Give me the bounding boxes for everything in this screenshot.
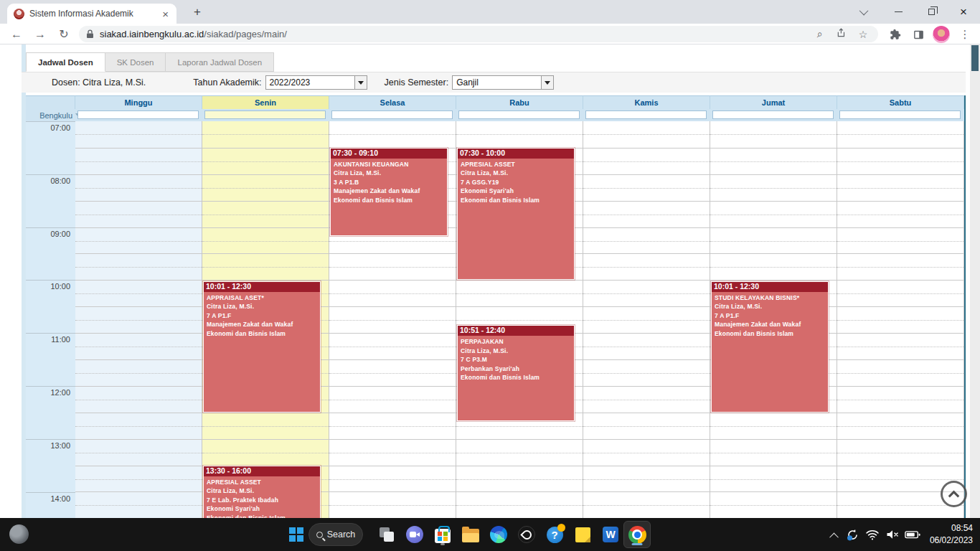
- tab-close-icon[interactable]: ×: [161, 8, 170, 20]
- time-slot[interactable]: [837, 386, 963, 413]
- back-button[interactable]: ←: [7, 25, 26, 44]
- time-slot[interactable]: [837, 280, 963, 306]
- time-slot[interactable]: [837, 333, 963, 359]
- time-slot[interactable]: [837, 359, 963, 386]
- time-slot[interactable]: [583, 121, 710, 148]
- time-slot[interactable]: [710, 253, 837, 280]
- time-slot[interactable]: [456, 280, 583, 306]
- region-selector[interactable]: Bengkulu: [26, 110, 85, 121]
- time-slot[interactable]: [583, 359, 710, 386]
- tab-search-button[interactable]: [848, 0, 881, 24]
- day-header-selasa[interactable]: Selasa: [329, 95, 456, 109]
- day-column-minggu[interactable]: [75, 121, 202, 518]
- scrollbar-thumb[interactable]: [971, 45, 979, 71]
- time-slot[interactable]: [456, 491, 583, 518]
- time-slot[interactable]: [329, 491, 456, 518]
- side-panel-icon[interactable]: [910, 26, 927, 43]
- schedule-event[interactable]: 07:30 - 10:00APRESIAL ASSETCitra Liza, M…: [457, 148, 575, 281]
- time-slot[interactable]: [329, 359, 456, 386]
- battery-button[interactable]: [901, 523, 924, 546]
- time-slot[interactable]: [75, 413, 202, 439]
- time-slot[interactable]: [75, 359, 202, 386]
- day-header-jumat[interactable]: Jumat: [710, 95, 837, 109]
- time-slot[interactable]: [837, 121, 963, 148]
- time-slot[interactable]: [202, 201, 329, 227]
- time-slot[interactable]: [583, 386, 710, 413]
- time-slot[interactable]: [75, 148, 202, 174]
- page-scrollbar[interactable]: [970, 44, 980, 518]
- time-slot[interactable]: [837, 148, 963, 174]
- time-slot[interactable]: [837, 174, 963, 201]
- time-slot[interactable]: [75, 174, 202, 201]
- time-slot[interactable]: [583, 148, 710, 174]
- zoom-out-icon[interactable]: ⌕: [812, 28, 828, 40]
- time-slot[interactable]: [75, 227, 202, 254]
- allday-cell-senin[interactable]: [204, 110, 326, 119]
- time-slot[interactable]: [710, 201, 837, 227]
- time-slot[interactable]: [202, 253, 329, 280]
- time-slot[interactable]: [329, 280, 456, 306]
- time-slot[interactable]: [583, 491, 710, 518]
- bookmark-star-icon[interactable]: ☆: [855, 29, 871, 40]
- time-slot[interactable]: [710, 174, 837, 201]
- app-ring-button[interactable]: [515, 523, 538, 546]
- schedule-event[interactable]: 10:01 - 12:30STUDI KELAYAKAN BISNIS*Citr…: [711, 281, 829, 413]
- time-slot[interactable]: [75, 306, 202, 333]
- time-slot[interactable]: [456, 121, 583, 148]
- day-header-senin[interactable]: Senin: [202, 95, 329, 109]
- day-header-rabu[interactable]: Rabu: [456, 95, 583, 109]
- allday-cell-selasa[interactable]: [331, 110, 453, 119]
- new-tab-button[interactable]: +: [188, 5, 207, 21]
- time-slot[interactable]: [329, 121, 456, 148]
- taskbar-search[interactable]: Search: [308, 523, 363, 546]
- time-slot[interactable]: [75, 386, 202, 413]
- widgets-icon[interactable]: [9, 524, 29, 544]
- time-slot[interactable]: [75, 491, 202, 518]
- time-slot[interactable]: [329, 413, 456, 439]
- forward-button[interactable]: →: [31, 25, 50, 44]
- time-slot[interactable]: [710, 466, 837, 492]
- time-slot[interactable]: [710, 121, 837, 148]
- time-slot[interactable]: [583, 439, 710, 466]
- day-column-kamis[interactable]: [583, 121, 710, 518]
- time-slot[interactable]: [75, 333, 202, 359]
- time-slot[interactable]: [583, 227, 710, 254]
- time-slot[interactable]: [202, 148, 329, 174]
- time-slot[interactable]: [329, 439, 456, 466]
- time-slot[interactable]: [837, 439, 963, 466]
- word-button[interactable]: W: [599, 523, 622, 546]
- time-slot[interactable]: [202, 227, 329, 254]
- time-slot[interactable]: [837, 306, 963, 333]
- time-slot[interactable]: [202, 121, 329, 148]
- address-bar[interactable]: siakad.iainbengkulu.ac.id/siakad/pages/m…: [79, 26, 878, 42]
- time-slot[interactable]: [837, 253, 963, 280]
- sticky-notes-button[interactable]: [571, 523, 594, 546]
- schedule-event[interactable]: 13:30 - 16:00APRESIAL ASSETCitra Liza, M…: [203, 466, 321, 518]
- window-close-button[interactable]: ×: [947, 0, 980, 24]
- extensions-icon[interactable]: [887, 26, 904, 43]
- get-help-button[interactable]: ?: [543, 523, 566, 546]
- time-slot[interactable]: [75, 253, 202, 280]
- time-slot[interactable]: [75, 201, 202, 227]
- time-slot[interactable]: [710, 439, 837, 466]
- day-header-kamis[interactable]: Kamis: [583, 95, 710, 109]
- schedule-event[interactable]: 10:51 - 12:40PERPAJAKANCitra Liza, M.Si.…: [457, 325, 575, 421]
- time-slot[interactable]: [75, 466, 202, 492]
- window-minimize-button[interactable]: [882, 0, 915, 24]
- time-slot[interactable]: [837, 227, 963, 254]
- allday-cell-sabtu[interactable]: [839, 110, 961, 119]
- time-slot[interactable]: [456, 439, 583, 466]
- time-slot[interactable]: [202, 439, 329, 466]
- time-slot[interactable]: [583, 466, 710, 492]
- allday-cell-minggu[interactable]: [77, 110, 199, 119]
- window-restore-button[interactable]: [915, 0, 948, 24]
- start-button[interactable]: [285, 523, 308, 546]
- day-header-sabtu[interactable]: Sabtu: [837, 95, 964, 109]
- time-slot[interactable]: [583, 280, 710, 306]
- time-slot[interactable]: [75, 439, 202, 466]
- time-slot[interactable]: [837, 413, 963, 439]
- time-slot[interactable]: [710, 491, 837, 518]
- day-column-sabtu[interactable]: [837, 121, 964, 518]
- allday-cell-kamis[interactable]: [585, 110, 707, 119]
- time-slot[interactable]: [75, 121, 202, 148]
